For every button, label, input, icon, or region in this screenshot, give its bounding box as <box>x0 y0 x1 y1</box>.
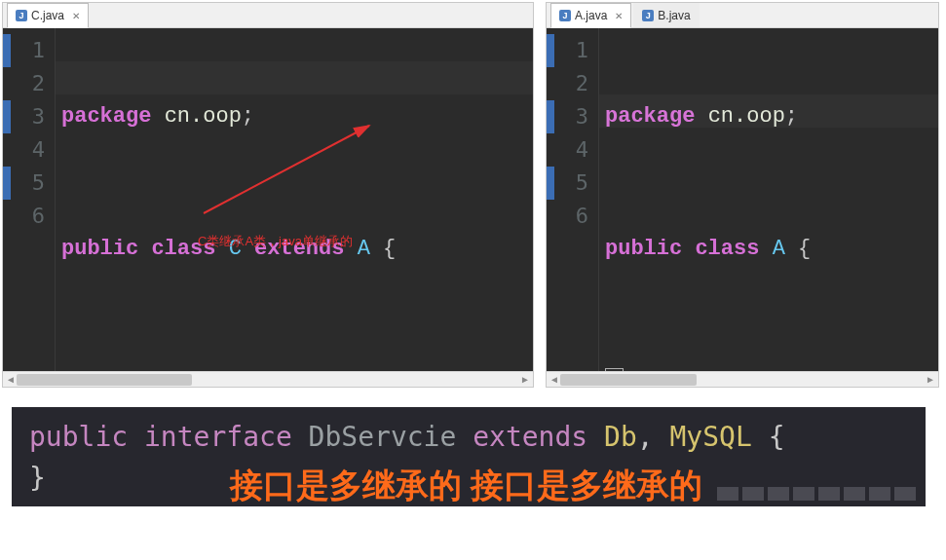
line-number: 2 <box>17 67 45 100</box>
annotation-note: 接口是多继承的 接口是多继承的 <box>230 464 702 508</box>
code-line: public class A { <box>605 233 938 266</box>
line-number: 5 <box>560 167 588 200</box>
scroll-right-icon[interactable]: ► <box>925 374 936 386</box>
tab-b-java[interactable]: J B.java <box>633 3 699 27</box>
line-number: 2 <box>560 67 588 100</box>
close-icon[interactable]: ✕ <box>72 11 80 21</box>
java-file-icon: J <box>559 10 571 21</box>
code-line <box>61 299 533 332</box>
editor-body-right[interactable]: 1 2 3 4 5 6 package cn.oop; public class… <box>547 28 938 371</box>
tab-bar-left: J C.java ✕ <box>3 3 533 28</box>
line-number: 3 <box>17 100 45 133</box>
line-number: 6 <box>560 200 588 233</box>
scroll-right-icon[interactable]: ► <box>519 374 531 386</box>
current-line-highlight <box>599 94 938 128</box>
tab-a-java[interactable]: J A.java ✕ <box>550 3 631 28</box>
censor-blocks <box>717 487 916 501</box>
tab-label: A.java <box>575 9 607 22</box>
right-editor-pane: J A.java ✕ J B.java 1 2 3 4 5 6 <box>546 2 939 388</box>
breakpoint-marker[interactable] <box>547 34 554 67</box>
breakpoint-marker[interactable] <box>547 167 554 200</box>
tab-label: C.java <box>31 9 64 22</box>
breakpoint-marker[interactable] <box>3 34 11 67</box>
java-file-icon: J <box>642 10 654 21</box>
current-line-highlight <box>56 61 533 94</box>
horizontal-scrollbar[interactable]: ◄ ► <box>3 371 533 387</box>
tab-label: B.java <box>658 9 690 22</box>
annotation-text: C类继承A类，java单继承的 <box>198 233 353 250</box>
breakpoint-gutter[interactable] <box>547 28 560 371</box>
code-line <box>61 167 533 200</box>
breakpoint-marker[interactable] <box>547 100 554 133</box>
line-number: 4 <box>17 133 45 167</box>
line-number: 1 <box>17 34 45 67</box>
line-number: 6 <box>17 200 45 233</box>
tab-c-java[interactable]: J C.java ✕ <box>7 3 89 28</box>
code-line <box>605 299 938 332</box>
breakpoint-gutter[interactable] <box>3 28 17 371</box>
breakpoint-marker[interactable] <box>3 100 11 133</box>
java-file-icon: J <box>16 10 27 21</box>
line-number: 5 <box>17 167 45 200</box>
tab-bar-right: J A.java ✕ J B.java <box>547 3 938 28</box>
code-line <box>605 167 938 200</box>
line-number: 1 <box>560 34 588 67</box>
horizontal-scrollbar[interactable]: ◄ ► <box>547 371 938 387</box>
scroll-left-icon[interactable]: ◄ <box>5 374 17 386</box>
left-editor-pane: J C.java ✕ 1 2 3 4 5 6 package cn.oop; p… <box>2 2 534 388</box>
scroll-left-icon[interactable]: ◄ <box>549 374 560 386</box>
code-area-right[interactable]: package cn.oop; public class A { } <box>599 28 938 371</box>
code-line: package cn.oop; <box>61 100 533 133</box>
line-number: 4 <box>560 133 588 167</box>
breakpoint-marker[interactable] <box>3 167 11 200</box>
line-number-gutter: 1 2 3 4 5 6 <box>560 28 599 371</box>
bottom-code-block: public interface DbServcie extends Db, M… <box>12 407 926 506</box>
line-number-gutter: 1 2 3 4 5 6 <box>17 28 56 371</box>
code-area-left[interactable]: package cn.oop; public class C extends A… <box>56 28 533 371</box>
scroll-thumb[interactable] <box>560 374 697 386</box>
editor-body-left[interactable]: 1 2 3 4 5 6 package cn.oop; public class… <box>3 28 533 371</box>
interface-code-line: public interface DbServcie extends Db, M… <box>29 417 908 458</box>
editor-split-row: J C.java ✕ 1 2 3 4 5 6 package cn.oop; p… <box>0 0 946 390</box>
scroll-thumb[interactable] <box>17 374 192 386</box>
close-icon[interactable]: ✕ <box>615 11 623 21</box>
line-number: 3 <box>560 100 588 133</box>
